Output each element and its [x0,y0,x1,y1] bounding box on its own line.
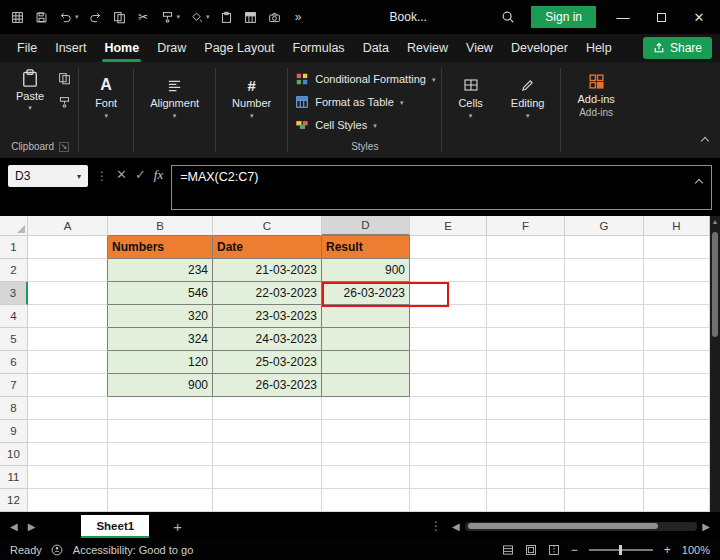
accessibility-status[interactable]: Accessibility: Good to go [73,544,193,556]
cell-A1[interactable] [28,236,108,259]
select-all-button[interactable] [0,216,28,236]
cell-C2[interactable]: 21-03-2023 [213,259,322,282]
scroll-up-icon[interactable]: ▲ [710,218,720,225]
cell-A8[interactable] [28,397,108,420]
cell-D5[interactable] [322,328,410,351]
cell-B10[interactable] [108,443,213,466]
cell-H11[interactable] [644,466,710,489]
cell-H12[interactable] [644,489,710,512]
cell-F7[interactable] [487,374,565,397]
cell-C6[interactable]: 25-03-2023 [213,351,322,374]
more-button[interactable]: » [291,10,306,25]
cell-F2[interactable] [487,259,565,282]
format-as-table-button[interactable]: Format as Table▾ [294,91,435,113]
cell-F4[interactable] [487,305,565,328]
cell-H10[interactable] [644,443,710,466]
cell-G1[interactable] [565,236,644,259]
cell-A10[interactable] [28,443,108,466]
cell-G5[interactable] [565,328,644,351]
page-break-view-icon[interactable] [548,544,560,556]
sheet-tab-sheet1[interactable]: Sheet1 [81,515,149,538]
cell-B6[interactable]: 120 [108,351,213,374]
zoom-slider-thumb[interactable] [619,545,622,555]
row-header-1[interactable]: 1 [0,236,28,259]
cut-button[interactable]: ✂ [136,10,151,25]
row-header-6[interactable]: 6 [0,351,28,374]
row-header-11[interactable]: 11 [0,466,28,489]
cell-F11[interactable] [487,466,565,489]
cell-A3[interactable] [28,282,108,305]
cell-E10[interactable] [410,443,487,466]
cell-E6[interactable] [410,351,487,374]
enter-icon[interactable]: ✓ [135,165,146,182]
cell-B11[interactable] [108,466,213,489]
cell-B4[interactable]: 320 [108,305,213,328]
cell-H9[interactable] [644,420,710,443]
grid-button[interactable] [10,10,25,25]
cell-E4[interactable] [410,305,487,328]
conditional-formatting-button[interactable]: Conditional Formatting▾ [294,68,435,90]
menu-tab-developer[interactable]: Developer [502,34,577,62]
cell-B7[interactable]: 900 [108,374,213,397]
menu-tab-home[interactable]: Home [95,34,148,62]
cell-B9[interactable] [108,420,213,443]
cell-C5[interactable]: 24-03-2023 [213,328,322,351]
normal-view-icon[interactable] [502,544,514,556]
cell-F5[interactable] [487,328,565,351]
column-header-D[interactable]: D [322,216,410,236]
horizontal-scrollbar[interactable]: ◀ ▶ [452,521,710,532]
column-header-E[interactable]: E [410,216,487,236]
cell-A6[interactable] [28,351,108,374]
cell-D1[interactable]: Result [322,236,410,259]
vertical-scrollbar[interactable]: ▲ [710,216,720,512]
formula-bar-expand-icon[interactable] [696,175,702,189]
cell-G6[interactable] [565,351,644,374]
cell-E11[interactable] [410,466,487,489]
number-group-button[interactable]: # Number ▾ [222,66,281,119]
copy-button[interactable] [112,10,127,25]
cell-D11[interactable] [322,466,410,489]
format-painter-button[interactable]: ▾ [160,10,181,25]
name-box[interactable]: D3 ▾ [8,165,88,187]
zoom-slider[interactable] [589,549,653,551]
cell-D12[interactable] [322,489,410,512]
insert-table-button[interactable] [243,10,258,25]
cell-G12[interactable] [565,489,644,512]
undo-button[interactable]: ▾ [58,10,79,25]
column-header-F[interactable]: F [487,216,565,236]
menu-tab-review[interactable]: Review [398,34,457,62]
cell-G3[interactable] [565,282,644,305]
cell-G8[interactable] [565,397,644,420]
cell-D4[interactable] [322,305,410,328]
paste-button[interactable] [219,10,234,25]
column-header-G[interactable]: G [565,216,644,236]
clipboard-dialog-launcher-icon[interactable]: ↘ [59,142,69,152]
cell-B2[interactable]: 234 [108,259,213,282]
cell-E2[interactable] [410,259,487,282]
cell-F1[interactable] [487,236,565,259]
cell-A4[interactable] [28,305,108,328]
cell-styles-button[interactable]: Cell Styles▾ [294,114,435,136]
row-header-10[interactable]: 10 [0,443,28,466]
cell-G7[interactable] [565,374,644,397]
formula-input[interactable]: =MAX(C2:C7) [171,165,712,210]
cell-H8[interactable] [644,397,710,420]
menu-tab-file[interactable]: File [8,34,46,62]
cell-C8[interactable] [213,397,322,420]
column-header-C[interactable]: C [213,216,322,236]
cell-B1[interactable]: Numbers [108,236,213,259]
hscroll-left-icon[interactable]: ◀ [452,521,460,532]
cell-A11[interactable] [28,466,108,489]
cell-H6[interactable] [644,351,710,374]
sheet-more-icon[interactable]: ⋮ [430,519,442,533]
row-header-7[interactable]: 7 [0,374,28,397]
cell-C12[interactable] [213,489,322,512]
menu-tab-draw[interactable]: Draw [148,34,195,62]
cell-G9[interactable] [565,420,644,443]
row-header-4[interactable]: 4 [0,305,28,328]
cell-F10[interactable] [487,443,565,466]
cell-F9[interactable] [487,420,565,443]
cell-D3[interactable]: 26-03-2023 [322,282,410,305]
minimize-button[interactable]: — [612,10,634,25]
zoom-level[interactable]: 100% [682,544,710,556]
